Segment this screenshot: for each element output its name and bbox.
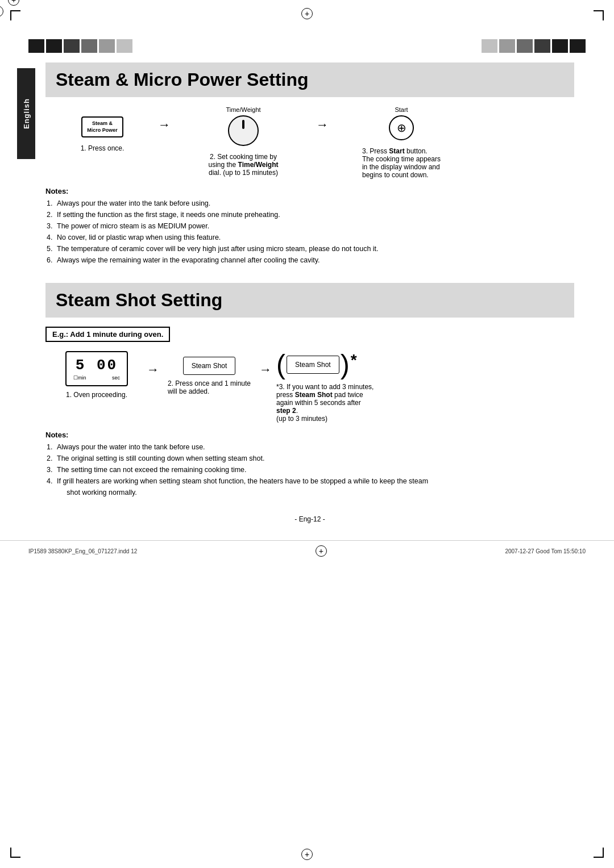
steam-shot-parens-group: ( Steam Shot )	[276, 351, 350, 378]
reg-circle-top	[301, 8, 313, 19]
color-blocks-right	[482, 39, 586, 53]
sec-label: sec	[112, 375, 120, 381]
step2-item: Time/Weight 2. Set cooking time byusing …	[175, 106, 312, 177]
color-block	[99, 39, 115, 53]
step2-label: 2. Set cooking time byusing the Time/Wei…	[209, 153, 279, 177]
note-item: The setting time can not exceed the rema…	[45, 464, 574, 475]
steam-shot-step1-desc: 1. Oven proceeding.	[66, 391, 127, 399]
section1-notes-list: Always pour the water into the tank befo…	[45, 198, 574, 266]
main-content: Steam & Micro Power Setting Steam &Micro…	[0, 57, 614, 535]
steam-shot-step3-desc: *3. If you want to add 3 minutes,press S…	[276, 383, 374, 423]
page-number-text: - Eng-12 -	[294, 515, 325, 523]
color-block	[517, 39, 533, 53]
section1-steps: Steam &Micro Power 1. Press once. → Time…	[51, 106, 574, 179]
section2-notes: Notes: Always pour the water into the ta…	[45, 431, 574, 498]
display-labels: ☐min sec	[73, 375, 120, 381]
section2: Steam Shot Setting E.g.: Add 1 minute du…	[45, 283, 574, 498]
steam-shot-step2: Steam Shot 2. Press once and 1 minutewil…	[164, 351, 255, 395]
steam-shot-step1: 5 00 ☐min sec 1. Oven proceeding.	[51, 351, 142, 399]
section1-header: Steam & Micro Power Setting	[45, 62, 574, 97]
reg-circle-right	[0, 6, 3, 17]
start-button-illustration: ⊕	[389, 115, 414, 140]
top-bar	[0, 23, 614, 57]
step1-description: 1. Press once.	[81, 144, 125, 152]
note-item: The power of micro steam is as MEDIUM po…	[45, 220, 574, 232]
step2-description: 2. Set cooking time byusing the Time/Wei…	[209, 153, 279, 177]
note-item: Always pour the water into the tank befo…	[45, 441, 574, 453]
note-item: Always pour the water into the tank befo…	[45, 198, 574, 209]
arrow1: →	[154, 106, 175, 132]
section2-header: Steam Shot Setting	[45, 283, 574, 318]
step3-text: *3. If you want to add 3 minutes,press S…	[276, 383, 374, 423]
step3-label: 3. Press Start button.The cooking time a…	[362, 147, 441, 179]
step2-top-label: Time/Weight	[226, 106, 260, 113]
color-block	[28, 39, 44, 53]
step1-text: 1. Oven proceeding.	[66, 391, 127, 399]
oven-display: 5 00 ☐min sec	[65, 351, 128, 386]
color-block	[570, 39, 586, 53]
note-item: No cover, lid or plastic wrap when using…	[45, 232, 574, 243]
reg-circle-left	[8, 0, 19, 6]
corner-mark-tr	[594, 10, 604, 20]
arrow3: →	[142, 351, 164, 377]
step2-text: 2. Press once and 1 minutewill be added.	[168, 379, 251, 395]
color-block	[552, 39, 568, 53]
note-item: If setting the function as the first sta…	[45, 209, 574, 220]
footer-reg-circle	[316, 545, 327, 557]
section2-notes-title: Notes:	[45, 431, 574, 439]
reg-circle-bottom	[301, 849, 313, 860]
color-block	[499, 39, 515, 53]
color-block	[482, 39, 497, 53]
footer-right-text: 2007-12-27 Good Tom 15:50:10	[505, 548, 586, 554]
step3-top-label: Start	[395, 106, 408, 113]
step1-label: 1. Press once.	[81, 144, 125, 152]
sidebar-label: English	[22, 98, 31, 129]
footer-left-text: IP1589 38S80KP_Eng_06_071227.indd 12	[28, 548, 137, 554]
section2-notes-list: Always pour the water into the tank befo…	[45, 441, 574, 498]
steam-shot-button-illustration: Steam Shot	[183, 357, 236, 375]
left-paren: (	[276, 351, 285, 378]
step3-item: Start ⊕ 3. Press Start button.The cookin…	[333, 106, 470, 179]
min-label: ☐min	[73, 375, 86, 381]
right-paren: )	[341, 351, 350, 378]
display-time: 5 00	[73, 357, 120, 374]
section1-notes: Notes: Always pour the water into the ta…	[45, 187, 574, 266]
step3-description: 3. Press Start button.The cooking time a…	[362, 147, 441, 179]
steam-shot-button-illustration-2: Steam Shot	[287, 356, 339, 374]
arrow4: →	[255, 351, 276, 377]
section2-steps: 5 00 ☐min sec 1. Oven proceeding. →	[51, 351, 574, 423]
color-block	[81, 39, 97, 53]
section1-notes-title: Notes:	[45, 187, 574, 195]
note-item: If grill heaters are working when settin…	[45, 475, 574, 498]
color-block	[117, 39, 132, 53]
steam-micro-button-illustration: Steam &Micro Power	[81, 116, 123, 137]
star-marker: *	[351, 351, 357, 369]
steam-shot-step2-desc: 2. Press once and 1 minutewill be added.	[168, 379, 251, 395]
color-block	[64, 39, 80, 53]
section1-title: Steam & Micro Power Setting	[56, 69, 564, 90]
page-number: - Eng-12 -	[45, 515, 574, 523]
corner-mark-bl	[10, 848, 20, 858]
corner-mark-tl	[10, 10, 20, 20]
time-weight-dial	[228, 115, 259, 146]
step1-item: Steam &Micro Power 1. Press once.	[51, 106, 154, 152]
color-block	[534, 39, 550, 53]
note-item: Always wipe the remaining water in the e…	[45, 254, 574, 266]
example-box: E.g.: Add 1 minute during oven.	[45, 327, 170, 342]
corner-mark-br	[594, 848, 604, 858]
note-item: The temperature of ceramic cover will be…	[45, 243, 574, 254]
page-wrapper: English Steam & Micro Power Setting Stea…	[0, 0, 614, 868]
sidebar-language-tab: English	[17, 68, 35, 159]
color-blocks-left	[28, 39, 132, 53]
arrow2: →	[312, 106, 333, 132]
footer: IP1589 38S80KP_Eng_06_071227.indd 12 200…	[0, 540, 614, 561]
note-item: The original setting is still counting d…	[45, 453, 574, 464]
section2-title: Steam Shot Setting	[56, 290, 564, 311]
color-block	[46, 39, 62, 53]
steam-shot-step3: ( Steam Shot ) * *3. If you want to add …	[276, 351, 401, 423]
